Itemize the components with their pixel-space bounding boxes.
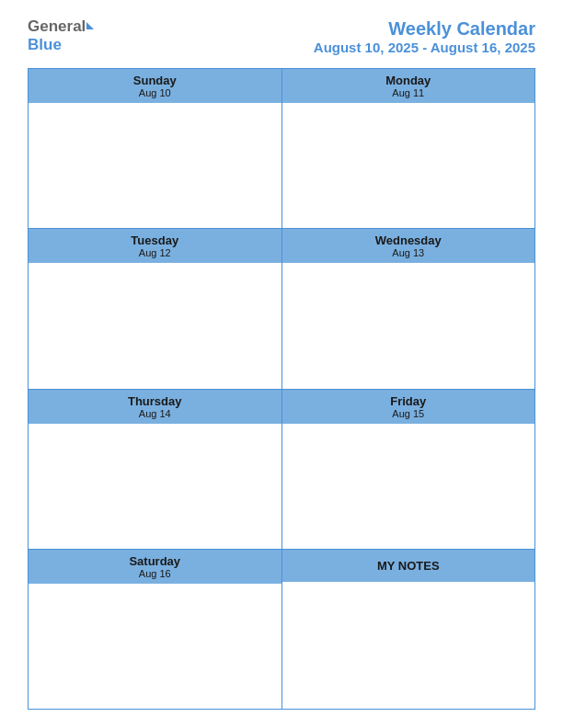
calendar-grid: Sunday Aug 10 Monday Aug 11 Tuesday Aug … [28, 68, 535, 710]
title-area: Weekly Calendar August 10, 2025 - August… [314, 18, 535, 55]
monday-name: Monday [282, 74, 535, 87]
cell-saturday: Saturday Aug 16 [29, 550, 282, 709]
cell-thursday: Thursday Aug 14 [29, 390, 282, 549]
logo-area: General Blue [28, 18, 94, 54]
sunday-date: Aug 10 [29, 87, 282, 98]
monday-body [282, 103, 535, 228]
saturday-name: Saturday [29, 554, 282, 568]
logo-blue-text: Blue [28, 36, 62, 53]
calendar-row-4: Saturday Aug 16 MY NOTES [29, 550, 534, 709]
monday-date: Aug 11 [282, 87, 535, 98]
friday-date: Aug 15 [282, 408, 535, 419]
notes-body [282, 582, 535, 709]
page: General Blue Weekly Calendar August 10, … [0, 0, 563, 728]
friday-name: Friday [282, 394, 535, 408]
logo-triangle-icon [86, 22, 94, 29]
saturday-body [29, 584, 282, 709]
header: General Blue Weekly Calendar August 10, … [28, 18, 535, 55]
wednesday-name: Wednesday [282, 233, 535, 247]
calendar-title: Weekly Calendar [314, 18, 535, 40]
calendar-row-1: Sunday Aug 10 Monday Aug 11 [29, 69, 534, 229]
calendar-date-range: August 10, 2025 - August 16, 2025 [314, 40, 535, 55]
cell-monday: Monday Aug 11 [282, 69, 535, 228]
monday-header: Monday Aug 11 [282, 69, 535, 103]
sunday-name: Sunday [29, 74, 282, 87]
cell-tuesday: Tuesday Aug 12 [29, 229, 282, 388]
saturday-date: Aug 16 [29, 568, 282, 579]
notes-header: MY NOTES [282, 550, 535, 582]
logo-general-text: General [28, 18, 86, 36]
thursday-date: Aug 14 [29, 408, 282, 419]
cell-wednesday: Wednesday Aug 13 [282, 229, 535, 388]
calendar-row-3: Thursday Aug 14 Friday Aug 15 [29, 390, 534, 550]
cell-notes: MY NOTES [282, 550, 535, 709]
wednesday-date: Aug 13 [282, 247, 535, 258]
saturday-header: Saturday Aug 16 [29, 550, 282, 584]
sunday-body [29, 103, 282, 228]
sunday-header: Sunday Aug 10 [29, 69, 282, 103]
wednesday-body [282, 263, 535, 388]
thursday-body [29, 424, 282, 549]
tuesday-date: Aug 12 [29, 247, 282, 258]
friday-header: Friday Aug 15 [282, 390, 535, 424]
tuesday-body [29, 263, 282, 388]
thursday-name: Thursday [29, 394, 282, 408]
tuesday-header: Tuesday Aug 12 [29, 229, 282, 263]
calendar-row-2: Tuesday Aug 12 Wednesday Aug 13 [29, 229, 534, 389]
notes-label: MY NOTES [377, 559, 440, 573]
cell-sunday: Sunday Aug 10 [29, 69, 282, 228]
thursday-header: Thursday Aug 14 [29, 390, 282, 424]
cell-friday: Friday Aug 15 [282, 390, 535, 549]
wednesday-header: Wednesday Aug 13 [282, 229, 535, 263]
tuesday-name: Tuesday [29, 233, 282, 247]
friday-body [282, 424, 535, 549]
